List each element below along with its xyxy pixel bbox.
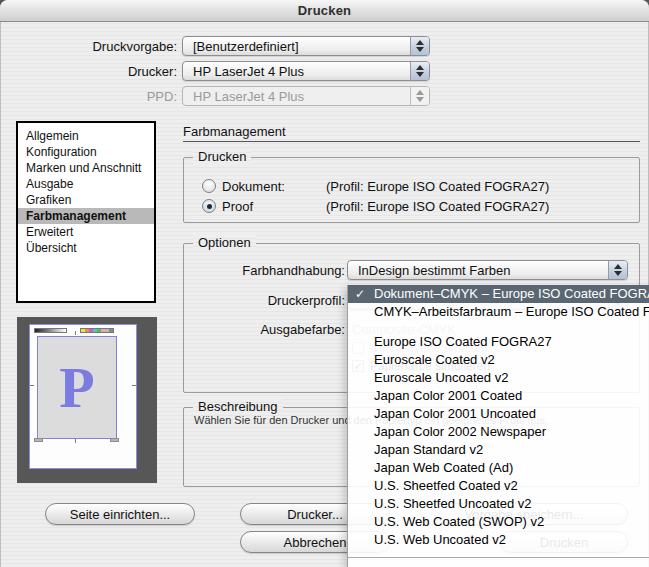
- proof-radio[interactable]: [202, 199, 216, 213]
- druckerprofil-menu: ✓ Dokument–CMYK – Europe ISO Coated FOGR…: [347, 285, 649, 567]
- drucken-group: Drucken Dokument: (Profil: Europe ISO Co…: [183, 157, 640, 223]
- menu-item-dokument-cmyk[interactable]: ✓ Dokument–CMYK – Europe ISO Coated FOGR…: [348, 285, 649, 303]
- dialog-title: Drucken: [298, 3, 351, 18]
- panel-list: Allgemein Konfiguration Marken und Ansch…: [16, 121, 156, 303]
- title-bar: Drucken: [0, 0, 649, 22]
- preview-letter: P: [59, 359, 94, 417]
- optionen-group-legend: Optionen: [193, 235, 256, 250]
- menu-separator: [348, 321, 649, 333]
- drucker-value: HP LaserJet 4 Plus: [183, 64, 410, 79]
- beschreibung-group-legend: Beschreibung: [193, 399, 283, 414]
- ppd-value: HP LaserJet 4 Plus: [183, 89, 410, 104]
- drucker-label: Drucker:: [40, 62, 177, 82]
- stepper-arrows-icon: [410, 37, 429, 55]
- proof-radio-label: Proof: [222, 199, 253, 214]
- checkmark-icon: ✓: [355, 285, 365, 303]
- crop-mark-icon: [132, 385, 136, 386]
- crop-mark-icon: [30, 385, 34, 386]
- sidebar-item-allgemein[interactable]: Allgemein: [18, 128, 154, 144]
- proof-profile-text: (Profil: Europe ISO Coated FOGRA27): [326, 199, 549, 214]
- druckvorgabe-select[interactable]: [Benutzerdefiniert]: [182, 36, 430, 56]
- menu-item-japan-color-2001-coated[interactable]: Japan Color 2001 Coated: [348, 387, 649, 405]
- ppd-label: PPD:: [40, 87, 177, 107]
- farbhandhabung-select[interactable]: InDesign bestimmt Farben: [347, 260, 628, 280]
- menu-item-japan-standard[interactable]: Japan Standard v2: [348, 441, 649, 459]
- color-calibration-bar: [80, 328, 114, 333]
- preview-page: P: [29, 324, 137, 469]
- dokument-radio-label: Dokument:: [222, 179, 285, 194]
- sidebar-item-erweitert[interactable]: Erweitert: [18, 224, 154, 240]
- drucken-group-legend: Drucken: [193, 149, 251, 164]
- sidebar-item-konfiguration[interactable]: Konfiguration: [18, 144, 154, 160]
- drucker-select[interactable]: HP LaserJet 4 Plus: [182, 61, 430, 81]
- druckvorgabe-value: [Benutzerdefiniert]: [183, 39, 410, 54]
- sidebar-item-farbmanagement[interactable]: Farbmanagement: [18, 208, 154, 224]
- seite-einrichten-button[interactable]: Seite einrichten...: [45, 503, 195, 525]
- ppd-select: HP LaserJet 4 Plus: [182, 86, 430, 106]
- menu-bottom-rule: [348, 557, 649, 558]
- sidebar-item-marken-und-anschnitt[interactable]: Marken und Anschnitt: [18, 160, 154, 176]
- page-preview: P: [17, 317, 157, 483]
- dokument-radio[interactable]: [202, 179, 216, 193]
- menu-item-europe-iso-coated[interactable]: Europe ISO Coated FOGRA27: [348, 333, 649, 351]
- print-dialog: Drucken Druckvorgabe: [Benutzerdefiniert…: [0, 0, 649, 567]
- crop-handle: [34, 438, 43, 442]
- ausgabefarbe-label: Ausgabefarbe:: [195, 320, 345, 340]
- crop-mark-icon: [75, 331, 76, 335]
- menu-item-japan-color-2002-newspaper[interactable]: Japan Color 2002 Newspaper: [348, 423, 649, 441]
- stepper-arrows-icon: [608, 261, 627, 279]
- menu-item-us-web-coated-swop[interactable]: U.S. Web Coated (SWOP) v2: [348, 513, 649, 531]
- menu-item-cmyk-arbeitsfarbraum[interactable]: CMYK–Arbeitsfarbraum – Europe ISO Coated…: [348, 303, 649, 321]
- menu-item-us-sheetfed-coated[interactable]: U.S. Sheetfed Coated v2: [348, 477, 649, 495]
- menu-item-us-web-uncoated[interactable]: U.S. Web Uncoated v2: [348, 531, 649, 549]
- crop-mark-icon: [75, 439, 76, 443]
- stepper-arrows-icon: [410, 62, 429, 80]
- stepper-arrows-icon: [410, 87, 429, 105]
- menu-item-japan-color-2001-uncoated[interactable]: Japan Color 2001 Uncoated: [348, 405, 649, 423]
- druckvorgabe-label: Druckvorgabe:: [40, 37, 177, 57]
- farbhandhabung-label: Farbhandhabung:: [195, 261, 345, 281]
- menu-item-japan-web-coated[interactable]: Japan Web Coated (Ad): [348, 459, 649, 477]
- sidebar-item-ausgabe[interactable]: Ausgabe: [18, 176, 154, 192]
- preview-art-frame: P: [37, 336, 117, 439]
- crop-handle: [110, 438, 119, 442]
- panel-heading-rule: [183, 141, 640, 142]
- dokument-profile-text: (Profil: Europe ISO Coated FOGRA27): [326, 179, 549, 194]
- sidebar-item-uebersicht[interactable]: Übersicht: [18, 240, 154, 256]
- sidebar-item-grafiken[interactable]: Grafiken: [18, 192, 154, 208]
- menu-item-us-sheetfed-uncoated[interactable]: U.S. Sheetfed Uncoated v2: [348, 495, 649, 513]
- grayscale-calibration-bar: [34, 328, 67, 333]
- farbhandhabung-value: InDesign bestimmt Farben: [348, 263, 608, 278]
- panel-heading: Farbmanagement: [183, 124, 286, 139]
- menu-item-euroscale-coated[interactable]: Euroscale Coated v2: [348, 351, 649, 369]
- druckerprofil-label: Druckerprofil:: [195, 291, 345, 311]
- menu-item-euroscale-uncoated[interactable]: Euroscale Uncoated v2: [348, 369, 649, 387]
